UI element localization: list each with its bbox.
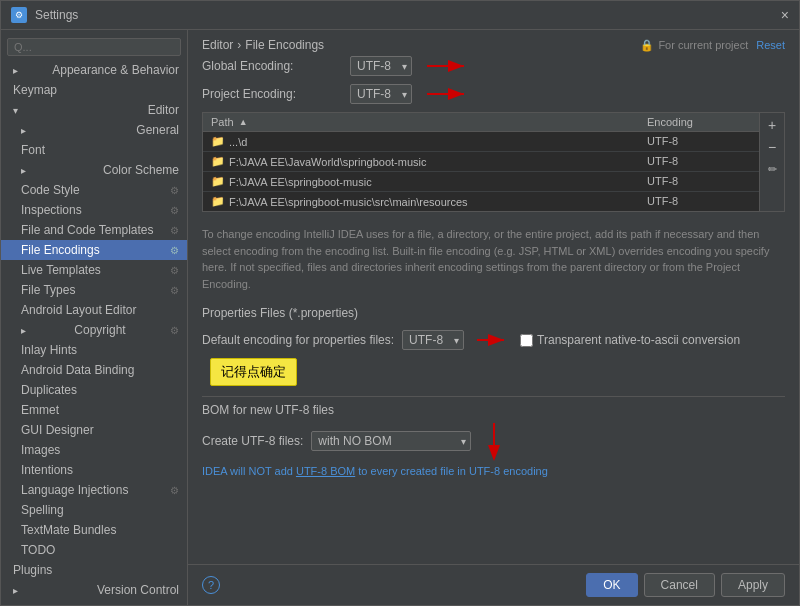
add-path-button[interactable]: + <box>762 115 782 135</box>
table-cell-path-1: 📁 F:\JAVA EE\JavaWorld\springboot-music <box>203 152 639 171</box>
sidebar-item-images[interactable]: Images <box>1 440 187 460</box>
project-encoding-select-wrapper: UTF-8 <box>350 84 412 104</box>
main-body: Global Encoding: UTF-8 <box>188 56 799 564</box>
gear-icon-file-code-templates: ⚙ <box>170 225 179 236</box>
title-bar-left: ⚙ Settings <box>11 7 78 23</box>
sidebar-item-file-code-templates[interactable]: File and Code Templates ⚙ <box>1 220 187 240</box>
footer-left: ? <box>202 576 220 594</box>
arrow-annotation-global <box>422 56 472 76</box>
sidebar-item-duplicates[interactable]: Duplicates <box>1 380 187 400</box>
sidebar-search-container <box>1 34 187 60</box>
sidebar: Appearance & Behavior Keymap Editor Gene… <box>1 30 188 605</box>
properties-section-label: Properties Files (*.properties) <box>202 306 785 320</box>
ok-button[interactable]: OK <box>586 573 637 597</box>
sidebar-item-color-scheme[interactable]: Color Scheme <box>1 160 187 180</box>
gear-icon-file-types: ⚙ <box>170 285 179 296</box>
sidebar-item-appearance[interactable]: Appearance & Behavior <box>1 60 187 80</box>
properties-encoding-select-wrapper: UTF-8 <box>402 330 464 350</box>
global-encoding-select[interactable]: UTF-8 <box>350 56 412 76</box>
table-row[interactable]: 📁 ...\d UTF-8 <box>203 132 759 152</box>
sort-arrow-icon: ▲ <box>239 117 248 127</box>
table-row[interactable]: 📁 F:\JAVA EE\springboot-music\src\main\r… <box>203 192 759 211</box>
apply-button[interactable]: Apply <box>721 573 785 597</box>
global-encoding-row: Global Encoding: UTF-8 <box>202 56 785 76</box>
table-header-path: Path ▲ <box>203 113 639 131</box>
main-panel: Editor › File Encodings 🔒For current pro… <box>188 30 799 605</box>
cancel-button[interactable]: Cancel <box>644 573 715 597</box>
table-cell-encoding-3: UTF-8 <box>639 192 759 211</box>
sidebar-item-gui-designer[interactable]: GUI Designer <box>1 420 187 440</box>
sidebar-item-language-injections[interactable]: Language Injections ⚙ <box>1 480 187 500</box>
sidebar-item-general[interactable]: General <box>1 120 187 140</box>
sidebar-search-input[interactable] <box>7 38 181 56</box>
breadcrumb-current: File Encodings <box>245 38 324 52</box>
table-cell-encoding-2: UTF-8 <box>639 172 759 191</box>
sidebar-item-editor[interactable]: Editor <box>1 100 187 120</box>
for-current-project-label: 🔒For current project <box>640 39 748 52</box>
gear-icon-language-injections: ⚙ <box>170 485 179 496</box>
main-header: Editor › File Encodings 🔒For current pro… <box>188 30 799 56</box>
sidebar-item-intentions[interactable]: Intentions <box>1 460 187 480</box>
table-row[interactable]: 📁 F:\JAVA EE\JavaWorld\springboot-music … <box>203 152 759 172</box>
bom-select[interactable]: with NO BOM <box>311 431 471 451</box>
global-encoding-select-wrapper: UTF-8 <box>350 56 412 76</box>
gear-icon-copyright: ⚙ <box>170 325 179 336</box>
sidebar-item-emmet[interactable]: Emmet <box>1 400 187 420</box>
reset-link[interactable]: Reset <box>756 39 785 51</box>
main-content: Appearance & Behavior Keymap Editor Gene… <box>1 30 799 605</box>
description-text: To change encoding IntelliJ IDEA uses fo… <box>202 222 785 296</box>
sidebar-item-spelling[interactable]: Spelling <box>1 500 187 520</box>
sidebar-item-code-style[interactable]: Code Style ⚙ <box>1 180 187 200</box>
edit-path-button[interactable]: ✏ <box>762 159 782 179</box>
encoding-table-container: Path ▲ Encoding 📁 ...\d <box>202 112 785 212</box>
project-encoding-row: Project Encoding: UTF-8 <box>202 84 785 104</box>
settings-dialog: ⚙ Settings × Appearance & Behavior Keyma… <box>0 0 800 606</box>
close-button[interactable]: × <box>781 7 789 23</box>
arrow-annotation-bom <box>479 421 509 461</box>
bom-create-label: Create UTF-8 files: <box>202 434 303 448</box>
breadcrumb: Editor › File Encodings <box>202 38 324 52</box>
sidebar-item-inlay-hints[interactable]: Inlay Hints <box>1 340 187 360</box>
gear-icon-live-templates: ⚙ <box>170 265 179 276</box>
properties-encoding-select[interactable]: UTF-8 <box>402 330 464 350</box>
table-row[interactable]: 📁 F:\JAVA EE\springboot-music UTF-8 <box>203 172 759 192</box>
gear-icon-inspections: ⚙ <box>170 205 179 216</box>
bom-select-wrapper: with NO BOM <box>311 431 471 451</box>
table-cell-path-3: 📁 F:\JAVA EE\springboot-music\src\main\r… <box>203 192 639 211</box>
gear-icon-code-style: ⚙ <box>170 185 179 196</box>
table-header-encoding: Encoding <box>639 113 759 131</box>
sidebar-item-version-control[interactable]: Version Control <box>1 580 187 600</box>
bom-note: IDEA will NOT add UTF-8 BOM to every cre… <box>202 465 785 477</box>
footer-right: OK Cancel Apply <box>586 573 785 597</box>
sidebar-item-android-data-binding[interactable]: Android Data Binding <box>1 360 187 380</box>
default-encoding-label: Default encoding for properties files: <box>202 333 394 347</box>
arrow-annotation-project <box>422 84 472 104</box>
bom-create-row: Create UTF-8 files: with NO BOM <box>202 421 785 461</box>
sidebar-item-file-types[interactable]: File Types ⚙ <box>1 280 187 300</box>
sidebar-item-inspections[interactable]: Inspections ⚙ <box>1 200 187 220</box>
table-body: 📁 ...\d UTF-8 📁 F:\JAVA EE\JavaWorld\spr… <box>203 132 759 211</box>
sidebar-item-keymap[interactable]: Keymap <box>1 80 187 100</box>
sidebar-item-copyright[interactable]: Copyright ⚙ <box>1 320 187 340</box>
sidebar-item-plugins[interactable]: Plugins <box>1 560 187 580</box>
transparent-conversion-checkbox-label: Transparent native-to-ascii conversion <box>520 333 740 347</box>
title-bar: ⚙ Settings × <box>1 1 799 30</box>
bom-link[interactable]: UTF-8 BOM <box>296 465 355 477</box>
remove-path-button[interactable]: − <box>762 137 782 157</box>
table-cell-encoding-0: UTF-8 <box>639 132 759 151</box>
sidebar-item-live-templates[interactable]: Live Templates ⚙ <box>1 260 187 280</box>
folder-icon: 📁 <box>211 195 225 208</box>
folder-icon: 📁 <box>211 155 225 168</box>
project-encoding-select[interactable]: UTF-8 <box>350 84 412 104</box>
sidebar-item-file-encodings[interactable]: File Encodings ⚙ <box>1 240 187 260</box>
dialog-title: Settings <box>35 8 78 22</box>
transparent-conversion-checkbox[interactable] <box>520 334 533 347</box>
sidebar-item-android-layout[interactable]: Android Layout Editor <box>1 300 187 320</box>
sidebar-item-textmate-bundles[interactable]: TextMate Bundles <box>1 520 187 540</box>
folder-icon: 📁 <box>211 135 225 148</box>
breadcrumb-separator: › <box>237 38 241 52</box>
breadcrumb-parent: Editor <box>202 38 233 52</box>
help-button[interactable]: ? <box>202 576 220 594</box>
sidebar-item-todo[interactable]: TODO <box>1 540 187 560</box>
sidebar-item-font[interactable]: Font <box>1 140 187 160</box>
